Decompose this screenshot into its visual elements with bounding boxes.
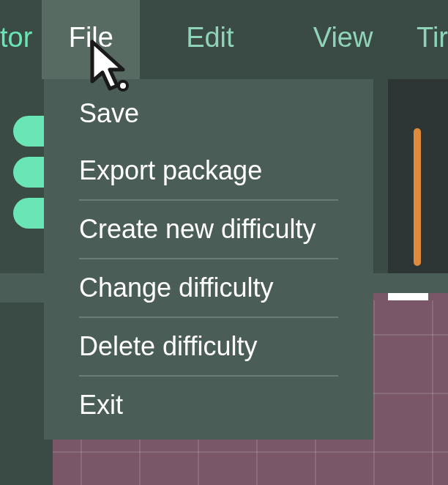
menubar-item-view[interactable]: View [280,0,406,79]
menu-item-export-package[interactable]: Export package [79,142,338,201]
menubar-item-next[interactable]: Tir [406,0,448,79]
track-marker[interactable] [13,198,45,229]
menu-item-change-difficulty[interactable]: Change difficulty [79,259,338,318]
track-marker[interactable] [13,157,45,188]
menu-item-save[interactable]: Save [44,85,373,142]
menubar-item-file[interactable]: File [42,0,140,79]
marker-strip [388,293,428,300]
track-marker[interactable] [13,116,45,147]
track-markers [13,116,45,239]
menu-item-delete-difficulty[interactable]: Delete difficulty [79,318,338,377]
menu-item-create-difficulty[interactable]: Create new difficulty [79,201,338,259]
menu-item-exit[interactable]: Exit [44,377,373,434]
menubar: tor File Edit View Tir [0,0,448,79]
file-dropdown: Save Export package Create new difficult… [44,79,373,440]
menubar-item-edit[interactable]: Edit [140,0,280,79]
menubar-item-prev[interactable]: tor [0,0,42,79]
playhead-line[interactable] [414,128,421,266]
